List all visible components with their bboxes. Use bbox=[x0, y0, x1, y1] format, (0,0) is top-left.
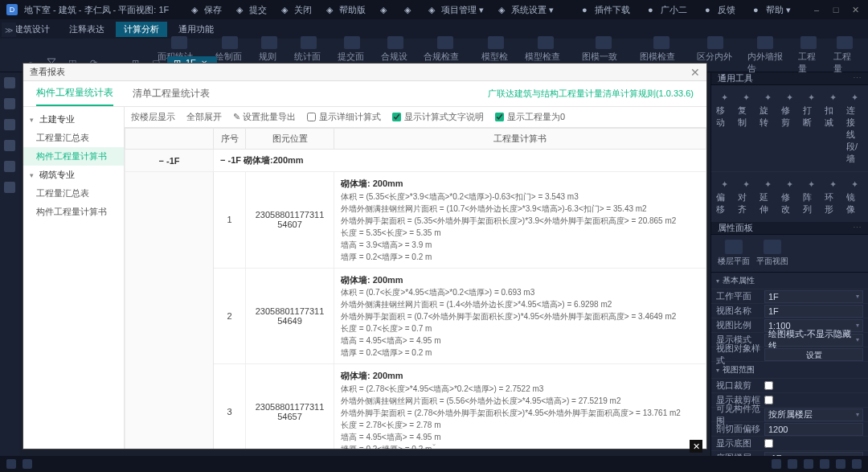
tool1-icon-6: ✦ bbox=[849, 92, 862, 103]
rail-annotate-icon[interactable] bbox=[4, 140, 15, 151]
prop-settings-button[interactable]: 设置 bbox=[764, 348, 863, 361]
tab-component-qty[interactable]: 构件工程量统计表 bbox=[36, 81, 113, 106]
tree-item-0-1[interactable]: 构件工程量计算书 bbox=[23, 147, 124, 166]
prop-label: 视口裁剪 bbox=[716, 380, 764, 392]
table-row[interactable]: 12305880117731154607砌体墙: 200mm体积 = (5.35… bbox=[125, 172, 706, 269]
titlebar-save-button[interactable]: ◈保存 bbox=[185, 2, 228, 18]
tool1-4[interactable]: ✦打断 bbox=[801, 90, 821, 166]
rail-home-icon[interactable] bbox=[4, 77, 15, 88]
show-formula-text-check[interactable]: 显示计算式文字说明 bbox=[392, 111, 484, 123]
section-range[interactable]: ▾视图范围 bbox=[711, 362, 868, 379]
sb-icon-3[interactable] bbox=[804, 459, 813, 469]
tree-item-1-1[interactable]: 构件工程量计算书 bbox=[23, 203, 124, 221]
expand-all-button[interactable]: 全部展开 bbox=[186, 111, 222, 123]
tool1-icon-3: ✦ bbox=[784, 92, 796, 103]
tool2-0[interactable]: ✦偏移 bbox=[714, 177, 735, 217]
settings-icon: ◈ bbox=[498, 5, 508, 14]
titlebar-help2-button[interactable]: ●帮助 ▾ bbox=[747, 2, 797, 18]
user-icon: ● bbox=[648, 5, 657, 14]
prop-checkbox[interactable] bbox=[764, 381, 773, 390]
titlebar-project-button[interactable]: ◈项目管理 ▾ bbox=[422, 2, 490, 18]
tool2-6[interactable]: ✦镜像 bbox=[845, 177, 865, 217]
sb-icon-6[interactable] bbox=[852, 459, 862, 469]
titlebar-submit-button[interactable]: ◈提交 bbox=[230, 2, 273, 18]
collapse-icon[interactable]: − bbox=[220, 155, 225, 165]
collapse-icon[interactable]: − bbox=[159, 156, 164, 166]
expand-panel-icon[interactable]: ≫ bbox=[2, 23, 16, 37]
ribbon-btn-12[interactable]: 内外墙报告 bbox=[741, 35, 790, 76]
rail-help-icon[interactable] bbox=[4, 182, 15, 193]
notify-icon[interactable] bbox=[6, 459, 16, 469]
tool1-2[interactable]: ✦旋转 bbox=[758, 90, 778, 166]
pager-close-icon[interactable]: ✕ bbox=[690, 440, 702, 453]
titlebar-redo-button[interactable]: ◈ bbox=[398, 2, 420, 18]
tree-item-1-0[interactable]: 工程量汇总表 bbox=[23, 184, 124, 203]
app-logo-icon: D bbox=[6, 4, 18, 15]
tool1-1[interactable]: ✦复制 bbox=[736, 90, 756, 166]
prop-value[interactable]: 1200 bbox=[764, 423, 863, 436]
tree-item-0-0[interactable]: 工程量汇总表 bbox=[23, 129, 124, 147]
floor-group-row[interactable]: − -1F − -1F 砌体墙:200mm bbox=[125, 150, 706, 172]
tool2-2[interactable]: ✦延伸 bbox=[758, 177, 778, 217]
sb-icon-5[interactable] bbox=[836, 459, 845, 469]
close-window-icon[interactable]: ✕ bbox=[849, 3, 862, 16]
ribbon-btn-13[interactable]: 工程量 bbox=[792, 35, 826, 76]
rail-list-icon[interactable] bbox=[4, 119, 15, 130]
tool2-4[interactable]: ✦阵列 bbox=[801, 177, 821, 217]
prop-checkbox[interactable] bbox=[764, 396, 773, 404]
prop-basic-1: 视图名称1F bbox=[711, 304, 868, 318]
cell-position: 2305880117731154657 bbox=[246, 364, 334, 449]
prop-label: 显示底图 bbox=[716, 437, 764, 449]
titlebar-undo-button[interactable]: ◈ bbox=[374, 2, 396, 18]
tool1-5[interactable]: ✦扣减 bbox=[823, 90, 843, 166]
tab-list-qty[interactable]: 清单工程量统计表 bbox=[133, 82, 210, 105]
col-floor-header bbox=[125, 129, 214, 150]
thumb-plan-icon[interactable] bbox=[764, 240, 781, 254]
prop-value[interactable]: 按所属楼层▾ bbox=[764, 408, 863, 421]
tool1-0[interactable]: ✦移动 bbox=[714, 90, 735, 166]
section-basic[interactable]: ▾基本属性 bbox=[711, 273, 868, 289]
tool1-6[interactable]: ✦连接线段/墙 bbox=[845, 90, 865, 166]
table-scroll[interactable]: 序号 图元位置 工程量计算书 − -1F − -1F 砌体墙:200mm 123… bbox=[125, 128, 706, 449]
thumb-floor-icon[interactable] bbox=[725, 240, 743, 254]
titlebar-settings-button[interactable]: ◈系统设置 ▾ bbox=[492, 2, 560, 18]
floor-display-label[interactable]: 按楼层显示 bbox=[131, 111, 175, 123]
tool2-5[interactable]: ✦环形 bbox=[823, 177, 843, 217]
redo-icon: ◈ bbox=[404, 5, 414, 14]
dialog-close-icon[interactable]: ✕ bbox=[690, 66, 700, 79]
maximize-icon[interactable]: □ bbox=[829, 3, 842, 16]
submit-icon: ◈ bbox=[236, 5, 246, 14]
dialog-title: 查看报表 bbox=[30, 66, 65, 78]
ribbon-btn-14[interactable]: 工程量 bbox=[827, 35, 862, 76]
col-calc: 工程量计算书 bbox=[334, 129, 706, 150]
menu-1[interactable]: 注释表达 bbox=[61, 22, 113, 37]
titlebar-close-button[interactable]: ◈关闭 bbox=[275, 2, 318, 18]
cloud-icon[interactable] bbox=[23, 459, 32, 469]
rail-layers-icon[interactable] bbox=[4, 98, 15, 109]
tool2-3[interactable]: ✦修改 bbox=[780, 177, 800, 217]
tree-group-1[interactable]: ▾砌筑专业 bbox=[23, 166, 124, 184]
titlebar-plugin-button[interactable]: ●插件下载 bbox=[575, 2, 637, 18]
calc-rule-link[interactable]: 广联达建筑与结构工程量计量清单计算规则(1.0.33.6) bbox=[488, 88, 694, 100]
prop-value[interactable]: 绘图模式-不显示隐藏线▾ bbox=[764, 334, 863, 347]
sb-icon-2[interactable] bbox=[788, 459, 797, 469]
prop-value[interactable]: 1F bbox=[764, 305, 863, 318]
titlebar-help-button[interactable]: ◈帮助版 bbox=[320, 2, 372, 18]
sb-icon-1[interactable] bbox=[772, 459, 781, 469]
tool2-1[interactable]: ✦对齐 bbox=[736, 177, 756, 217]
report-dialog: 查看报表 ✕ 构件工程量统计表 清单工程量统计表 广联达建筑与结构工程量计量清单… bbox=[23, 63, 707, 449]
titlebar-feedback-button[interactable]: ●反馈 bbox=[698, 2, 742, 18]
tree-group-0[interactable]: ▾土建专业 bbox=[23, 110, 124, 129]
batch-export-button[interactable]: ✎ 设置批量导出 bbox=[233, 111, 296, 123]
titlebar-user-button[interactable]: ●广小二 bbox=[641, 2, 694, 18]
show-formula-check[interactable]: 显示详细计算式 bbox=[307, 111, 381, 123]
rail-link-icon[interactable] bbox=[4, 161, 15, 172]
prop-checkbox[interactable] bbox=[764, 439, 773, 448]
show-zero-check[interactable]: 显示工程量为0 bbox=[495, 111, 565, 123]
sb-icon-4[interactable] bbox=[820, 459, 829, 469]
prop-value[interactable]: 1F▾ bbox=[764, 290, 863, 303]
tool1-3[interactable]: ✦修剪 bbox=[780, 90, 800, 166]
col-index: 序号 bbox=[214, 129, 246, 150]
ribbon-icon-12 bbox=[757, 36, 773, 49]
minimize-icon[interactable]: – bbox=[810, 3, 823, 16]
